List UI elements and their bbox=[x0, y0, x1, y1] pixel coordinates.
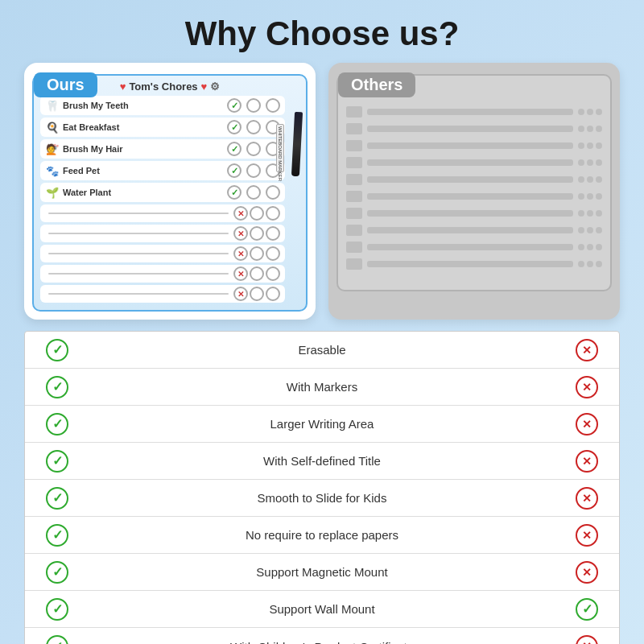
table-row-2: ✓ With Markers ✕ bbox=[25, 369, 619, 406]
feature-2: With Markers bbox=[89, 380, 555, 394]
ours-panel: Ours ♥ Tom's Chores ♥ ⚙ 🦷 Brush My Teeth… bbox=[24, 63, 316, 320]
table-row-9: ✓ With Children's Product Certificate ✕ bbox=[25, 628, 619, 644]
circle-1a bbox=[246, 98, 261, 113]
col-others-7: ✕ bbox=[555, 561, 619, 584]
chore-name-5: Water Plant bbox=[63, 188, 222, 197]
others-card bbox=[336, 74, 612, 291]
x-1: ✕ bbox=[233, 206, 248, 221]
green-check-8b: ✓ bbox=[576, 598, 598, 621]
feature-9: With Children's Product Certificate bbox=[89, 640, 555, 645]
green-check-3: ✓ bbox=[46, 413, 68, 436]
col-ours-7: ✓ bbox=[25, 561, 89, 584]
circle-3a bbox=[246, 142, 261, 156]
gear-icon: ⚙ bbox=[210, 80, 220, 93]
others-row-5 bbox=[346, 174, 602, 185]
chore-name-2: Eat Breakfast bbox=[63, 122, 222, 132]
heart-right-icon: ♥ bbox=[201, 80, 208, 93]
others-row-1 bbox=[346, 106, 602, 118]
others-row-9 bbox=[346, 242, 602, 253]
chore-row-3: 💇 Brush My Hair ✓ bbox=[40, 139, 285, 159]
chore-icon-5: 🌱 bbox=[45, 187, 60, 199]
feature-7: Support Magnetic Mount bbox=[89, 565, 555, 579]
col-others-9: ✕ bbox=[555, 635, 619, 644]
chore-icon-2: 🍳 bbox=[45, 122, 60, 134]
x-2: ✕ bbox=[233, 226, 248, 241]
others-row-10 bbox=[346, 258, 602, 270]
green-check-1: ✓ bbox=[46, 339, 68, 361]
chore-name-3: Brush My Hair bbox=[63, 144, 222, 154]
circle-b2b bbox=[266, 226, 280, 241]
feature-5: Smooth to Slide for Kids bbox=[89, 491, 555, 505]
table-row-3: ✓ Larger Writing Area ✕ bbox=[25, 406, 619, 443]
circle-1b bbox=[266, 98, 280, 113]
col-others-8: ✓ bbox=[555, 598, 619, 621]
feature-4: With Self-defined Title bbox=[89, 454, 555, 468]
others-row-2 bbox=[346, 123, 602, 134]
red-x-5: ✕ bbox=[576, 487, 598, 510]
col-ours-4: ✓ bbox=[25, 450, 89, 473]
others-row-8 bbox=[346, 225, 602, 236]
check-3: ✓ bbox=[227, 142, 242, 156]
green-check-2: ✓ bbox=[46, 376, 68, 398]
table-row-8: ✓ Support Wall Mount ✓ bbox=[25, 591, 619, 628]
table-row-7: ✓ Support Magnetic Mount ✕ bbox=[25, 554, 619, 591]
others-row-6 bbox=[346, 191, 602, 202]
col-ours-6: ✓ bbox=[25, 524, 89, 547]
red-x-6: ✕ bbox=[576, 524, 598, 547]
circle-5b bbox=[266, 185, 280, 200]
check-2: ✓ bbox=[227, 120, 242, 134]
green-check-6: ✓ bbox=[46, 524, 68, 547]
table-row-1: ✓ Erasable ✕ bbox=[25, 332, 619, 369]
table-row-5: ✓ Smooth to Slide for Kids ✕ bbox=[25, 480, 619, 517]
green-check-9: ✓ bbox=[46, 635, 68, 644]
feature-8: Support Wall Mount bbox=[89, 602, 555, 616]
col-ours-5: ✓ bbox=[25, 487, 89, 510]
circle-b1b bbox=[266, 206, 280, 221]
col-others-1: ✕ bbox=[555, 339, 619, 361]
chore-row-5: 🌱 Water Plant ✓ bbox=[40, 183, 285, 202]
blank-row-3: ✕ bbox=[40, 245, 285, 262]
col-ours-9: ✓ bbox=[25, 635, 89, 644]
others-row-3 bbox=[346, 140, 602, 151]
check-5: ✓ bbox=[227, 185, 242, 200]
circle-b2a bbox=[250, 226, 264, 241]
col-others-6: ✕ bbox=[555, 524, 619, 547]
table-row-6: ✓ No require to replace papers ✕ bbox=[25, 517, 619, 554]
circle-b3a bbox=[250, 246, 264, 261]
chore-name-1: Brush My Teeth bbox=[63, 101, 222, 110]
ours-badge: Ours bbox=[34, 72, 97, 97]
col-others-4: ✕ bbox=[555, 450, 619, 473]
red-x-7: ✕ bbox=[576, 561, 598, 584]
circle-b4b bbox=[266, 266, 280, 281]
chore-row-4: 🐾 Feed Pet ✓ bbox=[40, 161, 285, 180]
red-x-2: ✕ bbox=[576, 376, 598, 398]
blank-row-1: ✕ bbox=[40, 204, 285, 222]
x-4: ✕ bbox=[233, 266, 248, 281]
col-ours-2: ✓ bbox=[25, 376, 89, 398]
red-x-1: ✕ bbox=[576, 339, 598, 361]
blank-row-4: ✕ bbox=[40, 265, 285, 283]
chore-icon-1: 🦷 bbox=[45, 100, 60, 112]
blank-row-2: ✕ bbox=[40, 225, 285, 242]
green-check-8: ✓ bbox=[46, 598, 68, 621]
circle-b5a bbox=[250, 287, 264, 301]
chore-name-4: Feed Pet bbox=[63, 166, 222, 175]
others-badge: Others bbox=[338, 72, 415, 97]
col-ours-8: ✓ bbox=[25, 598, 89, 621]
marker-label: WHITEBOARD MARKER bbox=[276, 124, 284, 172]
comparison-table: ✓ Erasable ✕ ✓ With Markers ✕ ✓ Larger W… bbox=[24, 331, 620, 644]
col-others-5: ✕ bbox=[555, 487, 619, 510]
feature-3: Larger Writing Area bbox=[89, 417, 555, 431]
chore-card-title-text: Tom's Chores bbox=[129, 80, 197, 93]
red-x-4: ✕ bbox=[576, 450, 598, 473]
table-row-4: ✓ With Self-defined Title ✕ bbox=[25, 443, 619, 480]
comparison-panels: Ours ♥ Tom's Chores ♥ ⚙ 🦷 Brush My Teeth… bbox=[0, 63, 644, 320]
others-row-4 bbox=[346, 157, 602, 168]
check-1: ✓ bbox=[227, 98, 242, 113]
chore-icon-4: 🐾 bbox=[45, 165, 60, 177]
x-5: ✕ bbox=[233, 287, 248, 301]
col-others-2: ✕ bbox=[555, 376, 619, 398]
heart-left-icon: ♥ bbox=[120, 80, 126, 93]
blank-row-5: ✕ bbox=[40, 285, 285, 303]
green-check-7: ✓ bbox=[46, 561, 68, 584]
